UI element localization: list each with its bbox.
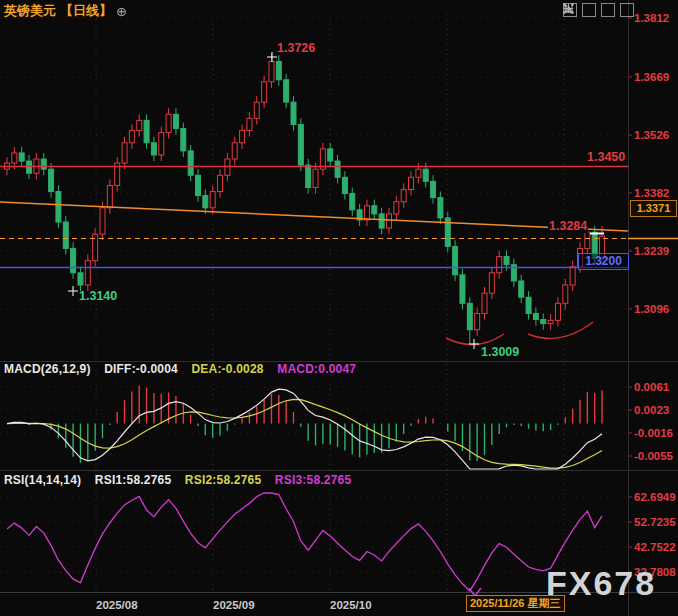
double-bottom-arc-2[interactable] [528, 322, 593, 338]
chart-canvas[interactable]: 1.38121.36691.35261.33821.32391.30960.00… [0, 0, 678, 616]
rsi2-value: RSI2:58.2765 [185, 473, 261, 487]
fit-horizontal-axis-button[interactable] [601, 3, 615, 17]
svg-text:1.3669: 1.3669 [634, 71, 669, 83]
svg-text:-0.0055: -0.0055 [634, 450, 674, 462]
svg-text:1.3382: 1.3382 [634, 187, 669, 199]
chart-app: 1.38121.36691.35261.33821.32391.30960.00… [0, 0, 678, 616]
high-price-label: 1.3726 [277, 41, 315, 55]
symbol-name: 英镑美元 [4, 2, 56, 20]
chart-title: 英镑美元【日线】 ⊕ [4, 2, 127, 20]
descending-trendline[interactable] [0, 202, 628, 231]
resistance-level-label: 1.3450 [586, 150, 626, 164]
watermark: FX678 [546, 564, 656, 603]
svg-text:2025/10: 2025/10 [330, 599, 372, 611]
svg-text:2025/09: 2025/09 [213, 599, 255, 611]
high-marker-cross[interactable] [267, 52, 277, 62]
shift-chart-right-button[interactable] [620, 3, 634, 17]
shift-chart-right-icon [563, 3, 574, 14]
low1-price-label: 1.3140 [79, 289, 117, 303]
gridlines [0, 14, 628, 592]
fit-vertical-axis-button[interactable] [582, 3, 596, 17]
rsi1-value: RSI1:58.2765 [95, 473, 171, 487]
current-price-badge: 1.3371 [630, 200, 677, 217]
svg-text:1.3096: 1.3096 [634, 303, 669, 315]
svg-text:52.7235: 52.7235 [634, 516, 676, 528]
low1-marker-cross[interactable] [68, 286, 78, 296]
macd-diff-value: DIFF:-0.0004 [104, 362, 178, 376]
svg-text:1.3239: 1.3239 [634, 245, 669, 257]
svg-text:42.7522: 42.7522 [634, 541, 676, 553]
rsi-series [7, 493, 602, 591]
support-level-badge: 1.3200 [578, 253, 629, 270]
low2-price-label: 1.3009 [481, 345, 519, 359]
svg-text:0.0023: 0.0023 [634, 404, 669, 416]
rsi-title: RSI(14,14,14) [4, 473, 81, 487]
chart-toolbar [563, 3, 634, 17]
period-tag: 【日线】 [60, 2, 112, 20]
rsi-label-row: RSI(14,14,14) RSI1:58.2765 RSI2:58.2765 … [4, 473, 361, 487]
svg-text:1.3526: 1.3526 [634, 129, 669, 141]
macd-bar-value: MACD:0.0047 [277, 362, 356, 376]
macd-label-row: MACD(26,12,9) DIFF:-0.0004 DEA:-0.0028 M… [4, 362, 366, 376]
svg-text:-0.0016: -0.0016 [634, 427, 673, 439]
svg-text:0.0061: 0.0061 [634, 381, 670, 393]
svg-text:62.6949: 62.6949 [634, 491, 676, 503]
low2-marker-cross[interactable] [469, 339, 479, 349]
double-bottom-arc-1[interactable] [446, 334, 504, 345]
svg-text:2025/08: 2025/08 [96, 599, 138, 611]
plus-circle-icon[interactable]: ⊕ [116, 4, 127, 19]
macd-title: MACD(26,12,9) [4, 362, 91, 376]
svg-text:1.3812: 1.3812 [634, 12, 669, 24]
rsi3-value: RSI3:58.2765 [275, 473, 351, 487]
trendline-value-label: 1.3284 [548, 219, 588, 233]
macd-dea-value: DEA:-0.0028 [191, 362, 263, 376]
